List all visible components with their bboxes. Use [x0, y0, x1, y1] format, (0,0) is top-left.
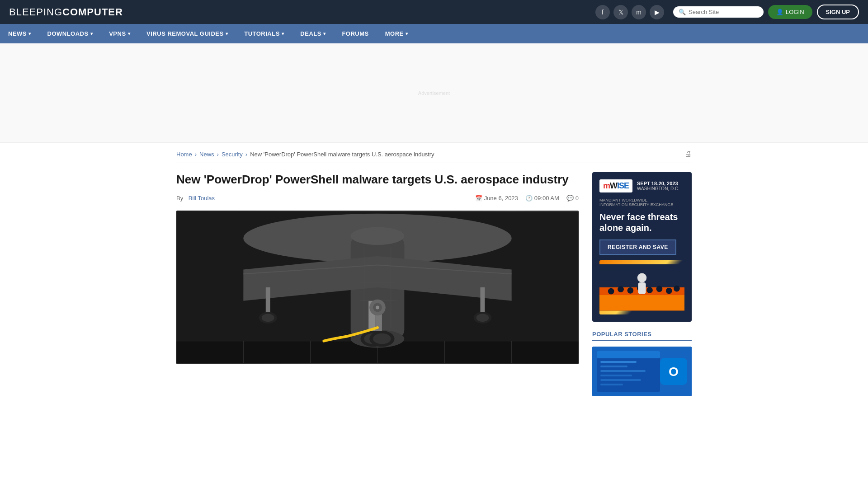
svg-rect-54	[600, 361, 637, 363]
header-right: f 𝕏 m ▶ 🔍 👤 LOGIN SIGN UP	[595, 5, 859, 19]
mwise-subtitle: MANDIANT WORLDWIDE INFORMATION SECURITY …	[599, 198, 684, 207]
svg-rect-51	[597, 351, 660, 358]
nav-news[interactable]: NEWS ▾	[0, 24, 39, 43]
svg-rect-58	[600, 379, 641, 381]
login-button[interactable]: 👤 LOGIN	[768, 5, 812, 19]
sidebar-ad-tagline: Never face threats alone again.	[599, 211, 684, 233]
mwise-logo-box: mWISE	[599, 179, 632, 192]
social-icons: f 𝕏 m ▶	[595, 5, 664, 19]
svg-point-35	[376, 305, 379, 309]
story-thumbnail[interactable]: O	[592, 347, 692, 396]
article-meta: By Bill Toulas 📅 June 6, 2023 🕐 09:00 AM…	[176, 195, 579, 202]
twitter-icon[interactable]: 𝕏	[613, 5, 628, 19]
article-title: New 'PowerDrop' PowerShell malware targe…	[176, 172, 579, 188]
nav-downloads[interactable]: DOWNLOADS ▾	[39, 24, 101, 43]
site-logo[interactable]: BLEEPINGCOMPUTER	[9, 6, 123, 18]
chevron-down-icon: ▾	[28, 31, 31, 36]
article-time: 🕐 09:00 AM	[525, 195, 559, 202]
svg-point-47	[637, 273, 647, 282]
user-icon: 👤	[776, 9, 783, 15]
main-nav: NEWS ▾ DOWNLOADS ▾ VPNS ▾ VIRUS REMOVAL …	[0, 24, 868, 43]
chevron-down-icon: ▾	[282, 31, 284, 36]
article-comments[interactable]: 💬 0	[566, 195, 579, 202]
breadcrumb-sep-3: ›	[245, 151, 247, 158]
meta-byline: By Bill Toulas	[176, 195, 215, 202]
breadcrumb-home[interactable]: Home	[176, 151, 192, 158]
svg-point-45	[666, 288, 672, 294]
svg-rect-59	[600, 384, 623, 385]
chevron-down-icon: ▾	[226, 31, 228, 36]
svg-point-19	[373, 333, 391, 344]
search-box: 🔍	[673, 6, 764, 18]
chevron-down-icon: ▾	[90, 31, 93, 36]
article-hero-image	[176, 211, 579, 364]
svg-rect-48	[638, 282, 646, 294]
main-container: Home › News › Security › New 'PowerDrop'…	[167, 143, 701, 405]
nav-deals[interactable]: DEALS ▾	[292, 24, 334, 43]
breadcrumb-sep-2: ›	[217, 151, 219, 158]
search-input[interactable]	[689, 9, 758, 15]
article-main: New 'PowerDrop' PowerShell malware targe…	[176, 172, 579, 396]
article-date: 📅 June 6, 2023	[475, 195, 518, 202]
breadcrumb-security[interactable]: Security	[222, 151, 243, 158]
breadcrumb-row: Home › News › Security › New 'PowerDrop'…	[176, 143, 692, 163]
svg-rect-38	[599, 295, 684, 310]
svg-point-41	[627, 287, 634, 294]
nav-virus-removal[interactable]: VIRUS REMOVAL GUIDES ▾	[138, 24, 236, 43]
mastodon-icon[interactable]: m	[632, 5, 646, 19]
by-label: By	[176, 195, 183, 202]
popular-stories-header: POPULAR STORIES	[592, 331, 692, 341]
mwise-logo: mWISE SEPT 18-20, 2023 WASHINGTON, D.C.	[599, 179, 684, 192]
chevron-down-icon: ▾	[323, 31, 326, 36]
svg-point-46	[674, 286, 680, 292]
register-button[interactable]: REGISTER AND SAVE	[599, 239, 676, 255]
sidebar-ad-mwise: mWISE SEPT 18-20, 2023 WASHINGTON, D.C. …	[592, 172, 692, 322]
chevron-down-icon: ▾	[128, 31, 131, 36]
nav-forums[interactable]: FORUMS	[334, 24, 377, 43]
site-header: BLEEPINGCOMPUTER f 𝕏 m ▶ 🔍 👤 LOGIN SIGN …	[0, 0, 868, 24]
youtube-icon[interactable]: ▶	[650, 5, 664, 19]
search-icon: 🔍	[679, 9, 686, 15]
story-thumb-inner: O	[592, 347, 692, 396]
nav-tutorials[interactable]: TUTORIALS ▾	[236, 24, 292, 43]
facebook-icon[interactable]: f	[595, 5, 610, 19]
comment-icon: 💬	[566, 195, 574, 202]
svg-rect-56	[600, 370, 646, 372]
print-icon[interactable]: 🖨	[684, 150, 692, 158]
svg-point-44	[656, 286, 663, 292]
mwise-logo-text: mWISE	[603, 181, 629, 190]
svg-rect-57	[600, 375, 632, 376]
meta-right: 📅 June 6, 2023 🕐 09:00 AM 💬 0	[475, 195, 579, 202]
svg-point-40	[618, 286, 624, 292]
conference-image	[599, 260, 684, 314]
svg-text:O: O	[669, 365, 679, 379]
svg-point-43	[646, 287, 653, 293]
svg-point-10	[351, 227, 405, 245]
svg-point-39	[608, 288, 614, 295]
nav-vpns[interactable]: VPNS ▾	[101, 24, 138, 43]
calendar-icon: 📅	[475, 195, 482, 202]
article-sidebar: mWISE SEPT 18-20, 2023 WASHINGTON, D.C. …	[592, 172, 692, 396]
nav-more[interactable]: MORE ▾	[377, 24, 416, 43]
mwise-event-info: SEPT 18-20, 2023 WASHINGTON, D.C.	[637, 181, 679, 191]
svg-point-25	[476, 314, 489, 322]
article-area: New 'PowerDrop' PowerShell malware targe…	[176, 163, 692, 405]
popular-stories: POPULAR STORIES O	[592, 331, 692, 396]
svg-point-22	[262, 314, 274, 322]
breadcrumb-sep-1: ›	[195, 151, 197, 158]
breadcrumb: Home › News › Security › New 'PowerDrop'…	[176, 151, 434, 158]
author-link[interactable]: Bill Toulas	[189, 195, 215, 202]
ad-banner: Advertisement	[0, 43, 868, 143]
breadcrumb-current: New 'PowerDrop' PowerShell malware targe…	[250, 151, 434, 158]
svg-rect-55	[600, 366, 627, 367]
signup-button[interactable]: SIGN UP	[817, 5, 859, 19]
breadcrumb-news[interactable]: News	[199, 151, 214, 158]
clock-icon: 🕐	[525, 195, 533, 202]
chevron-down-icon: ▾	[406, 31, 408, 36]
